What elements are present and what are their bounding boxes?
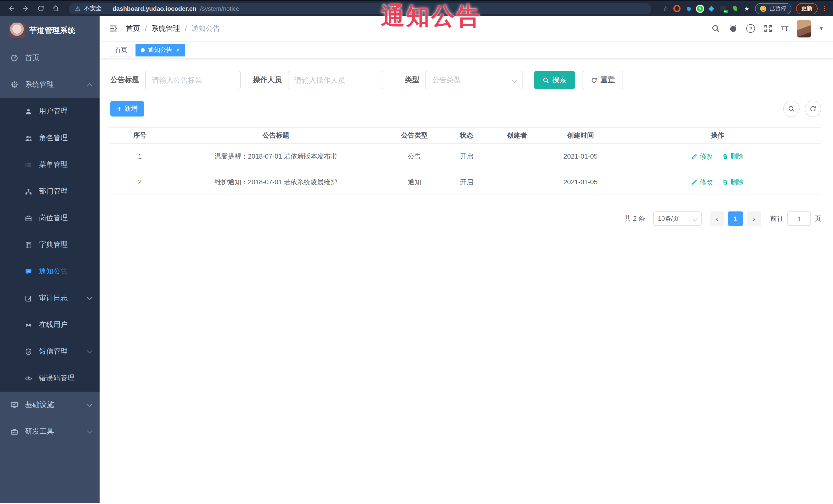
sidebar-item-audit-log[interactable]: 审计日志 [0, 285, 100, 312]
extension-on-badge-icon[interactable]: on [719, 5, 727, 12]
address-bar[interactable]: ⚠ 不安全 dashboard.yudao.iocoder.cn /system… [69, 3, 651, 14]
goto-group: 前往 页 [770, 212, 821, 226]
delete-link[interactable]: 删除 [722, 152, 744, 161]
paused-badge[interactable]: 已暂停 [755, 3, 791, 14]
add-button[interactable]: + 新增 [110, 101, 144, 117]
not-secure-label: 不安全 [84, 5, 102, 12]
toggle-search-button[interactable] [783, 101, 800, 117]
breadcrumb-home[interactable]: 首页 [126, 24, 140, 33]
sidebar-item-label: 基础设施 [25, 400, 54, 410]
sidebar-item-notice[interactable]: 通知公告 [0, 258, 100, 285]
update-button[interactable]: 更新 [796, 3, 817, 14]
forward-icon[interactable] [22, 5, 30, 12]
chat-bubble-icon [25, 268, 32, 275]
col-header-creator: 创建者 [486, 131, 547, 140]
sidebar-item-home[interactable]: 首页 [0, 45, 100, 71]
sidebar-item-error-codes[interactable]: </> 错误码管理 [0, 365, 100, 391]
pagination: 共 2 条 10条/页 ‹ 1 › 前往 页 [110, 212, 821, 226]
toolbar-circle-buttons [783, 101, 821, 117]
delete-link-label: 删除 [730, 152, 744, 161]
app-title: 芋道管理系统 [29, 25, 75, 35]
url-path: /system/notice [200, 5, 239, 12]
goto-page-input[interactable] [787, 212, 811, 226]
book-icon [25, 241, 32, 249]
search-button[interactable]: 搜索 [534, 71, 575, 89]
type-select[interactable]: 公告类型 [426, 71, 523, 89]
watermark-title: 通知公告 [381, 1, 481, 32]
page-number-button[interactable]: 1 [728, 212, 743, 226]
page-content: 公告标题 操作人员 类型 公告类型 搜索 重置 [100, 59, 833, 226]
sidebar-item-dev-tools[interactable]: 研发工具 [0, 418, 100, 445]
edit-link-label: 修改 [699, 177, 713, 187]
reset-button[interactable]: 重置 [582, 71, 623, 89]
add-button-label: 新增 [124, 104, 138, 114]
extension-leaf-icon[interactable] [731, 5, 739, 12]
edit-link[interactable]: 修改 [691, 152, 713, 161]
notice-table: 序号 公告标题 公告类型 状态 创建者 创建时间 操作 1 温馨提醒：2018-… [110, 127, 821, 195]
close-tab-icon[interactable]: × [176, 47, 180, 53]
sidebar-item-posts[interactable]: 岗位管理 [0, 205, 100, 232]
fullscreen-icon[interactable] [764, 24, 773, 33]
refresh-button[interactable] [805, 101, 821, 117]
paused-badge-label: 已暂停 [769, 5, 786, 12]
sidebar-item-users[interactable]: 用户管理 [0, 98, 100, 125]
delete-link[interactable]: 删除 [722, 177, 744, 187]
users-icon [25, 134, 32, 142]
sidebar-item-system[interactable]: 系统管理 [0, 71, 100, 98]
sidebar-item-online-users[interactable]: 在线用户 [0, 312, 100, 338]
search-icon[interactable] [712, 24, 720, 33]
next-page-button[interactable]: › [747, 212, 761, 226]
avatar-caret-icon[interactable]: ▾ [820, 25, 823, 32]
table-toolbar: + 新增 [110, 101, 821, 117]
dashboard-icon [10, 54, 19, 62]
notice-title-input[interactable] [145, 71, 241, 89]
edit-link-label: 修改 [699, 152, 713, 161]
font-size-icon[interactable]: TT [781, 25, 789, 32]
sidebar-item-label: 菜单管理 [39, 160, 68, 169]
sidebar-item-departments[interactable]: 部门管理 [0, 178, 100, 205]
table-header-row: 序号 公告标题 公告类型 状态 创建者 创建时间 操作 [110, 128, 821, 144]
sidebar-item-dict[interactable]: 字典管理 [0, 232, 100, 258]
code-icon: </> [25, 376, 32, 381]
chevron-down-icon [693, 216, 698, 221]
home-icon[interactable] [52, 5, 60, 12]
back-icon[interactable] [7, 5, 15, 12]
prev-page-button[interactable]: ‹ [710, 212, 724, 226]
breadcrumb-system[interactable]: 系统管理 [151, 24, 180, 33]
tab-home[interactable]: 首页 [110, 44, 133, 56]
chevron-up-icon [87, 83, 92, 88]
extension-orange-icon[interactable] [673, 5, 681, 12]
app-logo[interactable]: 芋道管理系统 [0, 16, 100, 45]
sidebar-item-sms[interactable]: 短信管理 [0, 338, 100, 365]
help-icon[interactable]: ? [746, 24, 755, 33]
extension-green-icon[interactable]: V [697, 5, 703, 11]
operator-input[interactable] [288, 71, 383, 89]
user-avatar[interactable] [797, 20, 811, 37]
github-icon[interactable] [729, 24, 738, 33]
cell-actions: 修改 删除 [614, 152, 821, 161]
browser-right-cluster: ☆ V on ★ 已暂停 更新 ⋮ [663, 3, 828, 14]
page-size-select[interactable]: 10条/页 [653, 212, 701, 226]
sidebar-toggle-icon[interactable] [109, 24, 118, 33]
col-header-created: 创建时间 [547, 131, 614, 140]
bookmark-star-icon[interactable]: ☆ [663, 5, 669, 12]
log-edit-icon [25, 294, 32, 302]
extension-puzzle-icon[interactable]: ★ [743, 5, 751, 12]
org-tree-icon [25, 188, 32, 195]
online-broadcast-icon [25, 321, 32, 329]
tab-notice[interactable]: 通知公告 × [136, 44, 185, 56]
sidebar-item-infrastructure[interactable]: 基础设施 [0, 391, 100, 418]
reload-icon[interactable] [37, 5, 45, 12]
logo-image [9, 23, 25, 38]
edit-link[interactable]: 修改 [691, 177, 713, 187]
cell-created: 2021-01-05 [547, 152, 614, 160]
system-submenu: 用户管理 角色管理 菜单管理 部门管理 岗位管理 [0, 98, 100, 391]
extension-diamond-icon[interactable] [708, 5, 715, 12]
extension-pin-icon[interactable] [685, 5, 692, 12]
update-button-label: 更新 [801, 5, 812, 12]
col-header-status: 状态 [447, 131, 486, 140]
browser-menu-icon[interactable]: ⋮ [821, 5, 828, 12]
sidebar-item-menus[interactable]: 菜单管理 [0, 151, 100, 178]
active-tab-dot-icon [141, 48, 145, 52]
sidebar-item-roles[interactable]: 角色管理 [0, 125, 100, 151]
